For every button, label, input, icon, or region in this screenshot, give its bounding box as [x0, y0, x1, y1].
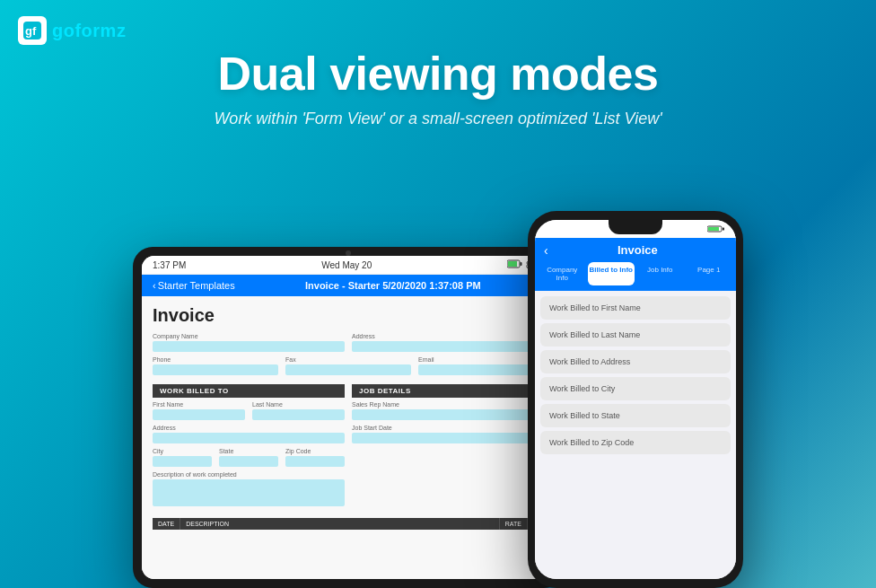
hero-title: Dual viewing modes — [0, 47, 876, 101]
list-item[interactable]: Work Billed to City — [540, 377, 731, 400]
form-row-1: Company Name Address — [153, 333, 544, 352]
phone-screen: ‹ Invoice Company Info Billed to Info Jo… — [535, 220, 736, 579]
tablet-device: 1:37 PM Wed May 20 84% ‹ Starter Templat… — [133, 247, 564, 588]
table-header: DATE DESCRIPTION RATE H — [153, 518, 544, 530]
svg-rect-4 — [521, 262, 522, 266]
tab-page-1[interactable]: Page 1 — [686, 262, 733, 285]
form-two-col: WORK BILLED TO First Name Last Name — [153, 380, 544, 511]
sales-rep-field[interactable]: Sales Rep Name — [352, 401, 544, 420]
fax-field[interactable]: Fax — [285, 356, 411, 375]
zip-field[interactable]: Zip Code — [285, 448, 345, 467]
svg-rect-7 — [723, 228, 724, 231]
svg-rect-6 — [708, 227, 719, 231]
tablet-back-button[interactable]: ‹ Starter Templates — [153, 280, 235, 291]
phone-notch — [609, 220, 662, 234]
tablet-status-bar: 1:37 PM Wed May 20 84% — [142, 256, 555, 275]
first-name-field[interactable]: First Name — [153, 401, 245, 420]
svg-rect-3 — [508, 261, 517, 267]
phone-tabs: Company Info Billed to Info Job Info Pag… — [535, 262, 736, 291]
address2-field[interactable]: Address — [153, 425, 345, 443]
list-item[interactable]: Work Billed to Zip Code — [540, 431, 731, 454]
tab-company-info[interactable]: Company Info — [539, 262, 586, 285]
tablet-nav: ‹ Starter Templates Invoice - Starter 5/… — [142, 275, 555, 296]
last-name-field[interactable]: Last Name — [252, 401, 345, 420]
form-row-2: Phone Fax Email — [153, 356, 544, 375]
svg-text:gf: gf — [25, 24, 37, 38]
phone-nav: ‹ Invoice — [535, 238, 736, 262]
address-field[interactable]: Address — [352, 333, 544, 352]
phone-list-view: Work Billed to First Name Work Billed to… — [535, 291, 736, 579]
tablet-nav-title: Invoice - Starter 5/20/2020 1:37:08 PM — [305, 280, 481, 291]
list-item[interactable]: Work Billed to First Name — [540, 296, 731, 320]
logo: gf goformz — [18, 16, 126, 45]
job-details-col: JOB DETAILS Sales Rep Name Job Start Dat… — [352, 380, 544, 511]
city-field[interactable]: City — [153, 448, 212, 467]
phone-device: ‹ Invoice Company Info Billed to Info Jo… — [528, 211, 743, 588]
invoice-title: Invoice — [153, 305, 544, 326]
tablet-form-content: Invoice Company Name Address Phone — [142, 296, 555, 579]
tablet-camera — [346, 250, 351, 256]
job-details-header: JOB DETAILS — [352, 384, 544, 398]
tab-billed-to-info[interactable]: Billed to Info — [588, 262, 635, 285]
job-start-date-field[interactable]: Job Start Date — [352, 425, 544, 443]
phone-field[interactable]: Phone — [153, 356, 278, 375]
list-item[interactable]: Work Billed to State — [540, 404, 731, 427]
tablet-time: 1:37 PM — [153, 260, 186, 270]
state-field[interactable]: State — [219, 448, 278, 467]
hero-section: Dual viewing modes Work within 'Form Vie… — [0, 0, 876, 128]
logo-text: goformz — [52, 21, 126, 41]
list-item[interactable]: Work Billed to Address — [540, 350, 731, 373]
hero-subtitle: Work within 'Form View' or a small-scree… — [0, 110, 876, 128]
list-item[interactable]: Work Billed to Last Name — [540, 323, 731, 347]
devices-container: 1:37 PM Wed May 20 84% ‹ Starter Templat… — [133, 202, 743, 588]
tab-job-info[interactable]: Job Info — [636, 262, 684, 285]
email-field[interactable]: Email — [418, 356, 544, 375]
phone-nav-title: Invoice — [548, 243, 727, 257]
tablet-screen: 1:37 PM Wed May 20 84% ‹ Starter Templat… — [142, 256, 555, 579]
work-billed-header: WORK BILLED TO — [153, 384, 345, 398]
logo-box: gf — [18, 16, 47, 45]
tablet-date: Wed May 20 — [321, 260, 372, 270]
description-field[interactable]: Description of work completed — [153, 471, 345, 506]
work-billed-col: WORK BILLED TO First Name Last Name — [153, 380, 345, 511]
company-name-field[interactable]: Company Name — [153, 333, 345, 352]
